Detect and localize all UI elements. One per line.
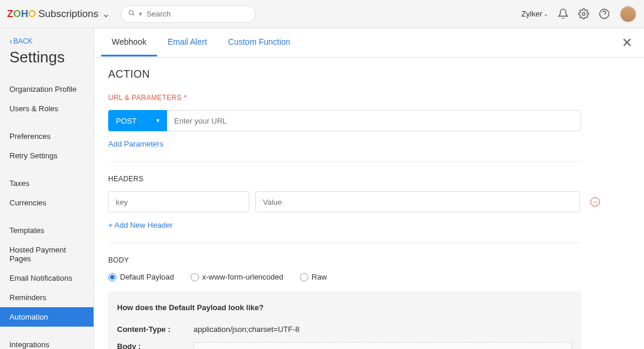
required-asterisk: *: [183, 94, 186, 102]
radio-form-urlencoded[interactable]: x-www-form-urlencoded: [191, 272, 283, 281]
app-name: Subscriptions: [38, 8, 98, 20]
search-scope-dropdown-icon[interactable]: ▼: [138, 11, 143, 17]
sidebar-item-users-roles[interactable]: Users & Roles: [0, 99, 94, 118]
header-value-input[interactable]: [255, 191, 580, 212]
page-title: Settings: [9, 48, 84, 67]
logo-o1: O: [13, 8, 21, 20]
org-name: Zylker: [522, 9, 542, 18]
sidebar-item-integrations[interactable]: Integrations: [0, 335, 94, 349]
org-switcher[interactable]: Zylker ⌄: [522, 9, 548, 18]
logo-o2: O: [28, 8, 36, 20]
chevron-down-icon: ⌄: [543, 11, 548, 17]
chevron-left-icon: ‹: [9, 36, 12, 46]
logo-z: Z: [7, 8, 13, 20]
help-icon[interactable]: [599, 8, 610, 19]
header-key-input[interactable]: [108, 191, 249, 212]
chevron-down-icon: ▼: [155, 118, 161, 124]
tab-custom-function[interactable]: Custom Function: [218, 29, 301, 56]
url-input[interactable]: [167, 110, 581, 131]
body-section-label: BODY: [108, 256, 630, 264]
sidebar-item-org-profile[interactable]: Organization Profile: [0, 79, 94, 99]
global-search[interactable]: ▼: [121, 5, 256, 23]
add-header-link[interactable]: + Add New Header: [108, 221, 172, 230]
tabs: Webhook Email Alert Custom Function ✕: [94, 28, 644, 58]
sidebar-item-taxes[interactable]: Taxes: [0, 174, 94, 193]
header-right: Zylker ⌄: [522, 5, 637, 23]
body-label: Body :: [117, 342, 193, 349]
radio-icon: [300, 273, 308, 281]
sidebar-item-templates[interactable]: Templates: [0, 221, 94, 240]
sidebar: ‹ BACK Settings Organization Profile Use…: [0, 28, 94, 349]
svg-line-1: [133, 14, 135, 16]
back-link[interactable]: ‹ BACK: [9, 36, 84, 46]
radio-raw[interactable]: Raw: [300, 272, 327, 281]
svg-point-2: [582, 12, 585, 15]
http-method-value: POST: [116, 117, 136, 125]
body-code-preview: { "data": { "invoice": { "invoice_id": "…: [193, 342, 572, 349]
url-section-label: URL & PARAMETERS *: [108, 94, 630, 102]
logo-h: H: [21, 8, 28, 20]
search-input[interactable]: [146, 9, 248, 18]
remove-header-icon[interactable]: −: [590, 197, 600, 207]
sidebar-item-retry[interactable]: Retry Settings: [0, 146, 94, 165]
sidebar-item-hosted-payment[interactable]: Hosted Payment Pages: [0, 240, 94, 268]
radio-label: Raw: [312, 272, 327, 281]
radio-icon: [108, 273, 116, 281]
top-header: ZOHO Subscriptions ⌄ ▼ Zylker ⌄: [0, 0, 644, 28]
payload-question: How does the Default Payload look like?: [117, 303, 572, 312]
search-icon: [128, 9, 135, 18]
sidebar-item-preferences[interactable]: Preferences: [0, 127, 94, 146]
gear-icon[interactable]: [578, 8, 589, 19]
radio-icon: [191, 273, 199, 281]
sidebar-item-reminders[interactable]: Reminders: [0, 288, 94, 307]
content: Webhook Email Alert Custom Function ✕ AC…: [94, 28, 644, 349]
svg-point-3: [600, 9, 609, 19]
main-layout: ‹ BACK Settings Organization Profile Use…: [0, 28, 644, 349]
radio-label: Default Payload: [120, 272, 174, 281]
content-type-label: Content-Type :: [117, 325, 193, 334]
chevron-down-icon: ⌄: [102, 8, 110, 20]
content-type-value: application/json;charset=UTF-8: [193, 325, 572, 334]
sidebar-item-automation[interactable]: Automation: [0, 307, 94, 327]
sidebar-item-email-notifications[interactable]: Email Notifications: [0, 268, 94, 288]
tab-email-alert[interactable]: Email Alert: [157, 29, 218, 56]
avatar[interactable]: [619, 5, 637, 23]
radio-default-payload[interactable]: Default Payload: [108, 272, 174, 281]
headers-section-label: HEADERS: [108, 175, 630, 183]
svg-point-0: [129, 11, 134, 15]
radio-label: x-www-form-urlencoded: [202, 272, 283, 281]
back-label: BACK: [14, 37, 33, 45]
add-parameters-link[interactable]: Add Parameters: [108, 139, 163, 148]
tab-webhook[interactable]: Webhook: [101, 29, 157, 56]
sidebar-item-currencies[interactable]: Currencies: [0, 193, 94, 212]
payload-preview-box: How does the Default Payload look like? …: [108, 292, 581, 349]
section-heading: ACTION: [108, 68, 630, 81]
http-method-dropdown[interactable]: POST ▼: [108, 110, 167, 131]
close-icon[interactable]: ✕: [617, 33, 637, 53]
bell-icon[interactable]: [558, 8, 569, 19]
app-logo[interactable]: ZOHO Subscriptions ⌄: [7, 8, 110, 20]
